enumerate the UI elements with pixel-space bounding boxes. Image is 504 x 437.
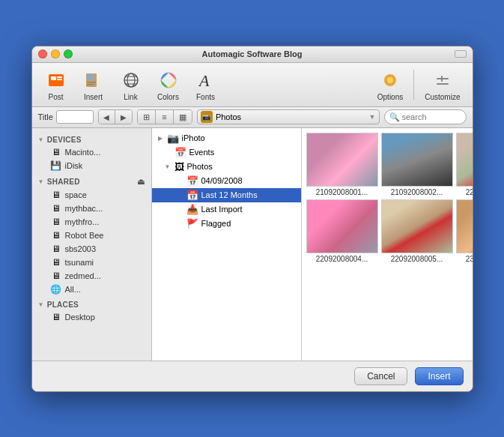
shared-header: ▼ SHARED ⏏	[32, 175, 151, 188]
column-view-button[interactable]: ▦	[174, 110, 192, 124]
colors-icon	[157, 68, 180, 92]
toolbar-separator	[413, 70, 414, 100]
gallery-label-6: 23092008006...	[466, 255, 473, 263]
zedmed-icon: 🖥	[51, 271, 61, 281]
gallery-item-6[interactable]: 23092008006...	[456, 199, 473, 263]
svg-rect-7	[87, 84, 94, 85]
space-label: space	[65, 190, 87, 199]
photos-icon: 🖼	[174, 161, 184, 172]
desktop-icon: 🖥	[51, 312, 61, 322]
last12-expand-icon	[176, 191, 183, 199]
location-text: Photos	[216, 112, 241, 121]
search-input[interactable]	[402, 112, 462, 121]
colors-button[interactable]: Colors	[151, 66, 186, 103]
sidebar-item-desktop[interactable]: 🖥 Desktop	[34, 310, 149, 324]
customize-button[interactable]: Customize	[419, 66, 466, 103]
tree-item-date[interactable]: 📅 04/09/2008	[152, 174, 301, 188]
bottom-bar: Cancel Insert	[32, 361, 473, 391]
title-field: Title	[38, 110, 94, 124]
gallery-row-1: 21092008001... 21092008002... 2209200800…	[306, 133, 468, 196]
close-button[interactable]	[38, 49, 47, 58]
post-label: Post	[48, 93, 63, 101]
gallery-thumb-6	[456, 199, 473, 253]
svg-text:A: A	[198, 71, 210, 90]
minimize-button[interactable]	[51, 49, 60, 58]
sidebar-item-idisk[interactable]: 💾 iDisk	[34, 159, 149, 172]
mythfro-label: mythfro...	[65, 217, 100, 226]
all-icon: 🌐	[51, 284, 61, 295]
file-browser: ▶ 📷 iPhoto 📅 Events ▼ 🖼 Photos 📅	[152, 128, 473, 361]
link-label: Link	[124, 93, 137, 101]
title-input[interactable]	[56, 110, 94, 124]
tree-item-lastimport[interactable]: 📥 Last Import	[152, 202, 301, 217]
tree-item-events[interactable]: 📅 Events	[152, 145, 301, 160]
gallery-thumb-2	[381, 133, 453, 187]
robotbee-label: Robot Bee	[65, 231, 104, 240]
date-icon: 📅	[186, 175, 198, 187]
icon-view-button[interactable]: ⊞	[138, 110, 156, 124]
gallery-item-4[interactable]: 22092008004...	[306, 199, 378, 263]
toolbar: Post Insert	[32, 63, 473, 107]
all-label: All...	[65, 285, 81, 294]
mythbac-icon: 🖥	[51, 203, 61, 214]
location-arrow-icon: ▼	[369, 113, 376, 121]
gallery-row-2: 22092008004... 22092008005... 2309200800…	[306, 199, 468, 263]
fonts-button[interactable]: A Fonts	[188, 66, 224, 103]
tree-item-flagged[interactable]: 🚩 Flagged	[152, 217, 301, 231]
space-icon: 🖥	[51, 190, 61, 200]
gallery-item-2[interactable]: 21092008002...	[381, 133, 453, 196]
sidebar-item-all[interactable]: 🌐 All...	[34, 283, 149, 296]
sidebar-item-mythbac[interactable]: 🖥 mythbac...	[34, 202, 149, 215]
options-button[interactable]: Options	[371, 66, 409, 103]
gallery-item-1[interactable]: 21092008001...	[306, 133, 378, 196]
svg-rect-3	[57, 79, 62, 80]
macinto-icon: 🖥	[51, 147, 61, 157]
back-button[interactable]: ◀	[99, 110, 115, 124]
fonts-icon: A	[194, 68, 218, 92]
gallery-label-1: 21092008001...	[316, 188, 368, 196]
gallery-label-5: 22092008005...	[391, 255, 443, 263]
location-select[interactable]: 📷 Photos ▼	[197, 109, 380, 124]
search-icon: 🔍	[389, 112, 400, 122]
tree-item-last12months[interactable]: 📅 Last 12 Months	[152, 188, 301, 202]
svg-rect-6	[87, 82, 96, 83]
insert-icon	[82, 68, 106, 92]
gallery-item-3[interactable]: 22092008003...	[456, 133, 473, 196]
maximize-button[interactable]	[64, 49, 73, 58]
location-bar: 📷 Photos ▼	[197, 109, 380, 124]
eject-icon[interactable]: ⏏	[137, 177, 145, 187]
iphoto-expand-icon: ▶	[157, 134, 164, 142]
flagged-label: Flagged	[201, 219, 231, 228]
mythbac-label: mythbac...	[65, 204, 103, 213]
fonts-label: Fonts	[196, 93, 215, 101]
resize-handle[interactable]	[455, 50, 467, 58]
gallery-thumb-1	[306, 133, 378, 187]
sidebar-item-mythfro[interactable]: 🖥 mythfro...	[34, 215, 149, 229]
forward-button[interactable]: ▶	[115, 110, 132, 124]
devices-triangle-icon: ▼	[38, 136, 44, 143]
cancel-button[interactable]: Cancel	[354, 367, 407, 385]
window-title: Automagic Software Blog	[202, 49, 303, 58]
gallery-thumb-5	[381, 199, 453, 253]
flagged-expand-icon	[176, 220, 183, 227]
title-label: Title	[38, 112, 53, 121]
sidebar-item-tsunami[interactable]: 🖥 tsunami	[34, 256, 149, 269]
tree-item-iphoto[interactable]: ▶ 📷 iPhoto	[152, 131, 301, 145]
sidebar-item-zedmed[interactable]: 🖥 zedmed...	[34, 269, 149, 283]
post-button[interactable]: Post	[38, 66, 74, 103]
link-button[interactable]: Link	[113, 66, 149, 103]
gallery-item-5[interactable]: 22092008005...	[381, 199, 453, 263]
list-view-button[interactable]: ≡	[156, 110, 174, 124]
sidebar-item-sbs2003[interactable]: 🖥 sbs2003	[34, 242, 149, 256]
gallery-panel: 21092008001... 21092008002... 2209200800…	[302, 128, 473, 361]
insert-confirm-button[interactable]: Insert	[415, 367, 463, 385]
colors-label: Colors	[157, 93, 179, 101]
insert-button[interactable]: Insert	[76, 66, 112, 103]
sidebar-item-space[interactable]: 🖥 space	[34, 188, 149, 202]
idisk-label: iDisk	[65, 161, 83, 170]
mythfro-icon: 🖥	[51, 217, 61, 227]
date-label: 04/09/2008	[201, 176, 243, 185]
tree-item-photos[interactable]: ▼ 🖼 Photos	[152, 160, 301, 174]
sidebar-item-macinto[interactable]: 🖥 Macinto...	[34, 145, 149, 159]
sidebar-item-robotbee[interactable]: 🖥 Robot Bee	[34, 229, 149, 242]
